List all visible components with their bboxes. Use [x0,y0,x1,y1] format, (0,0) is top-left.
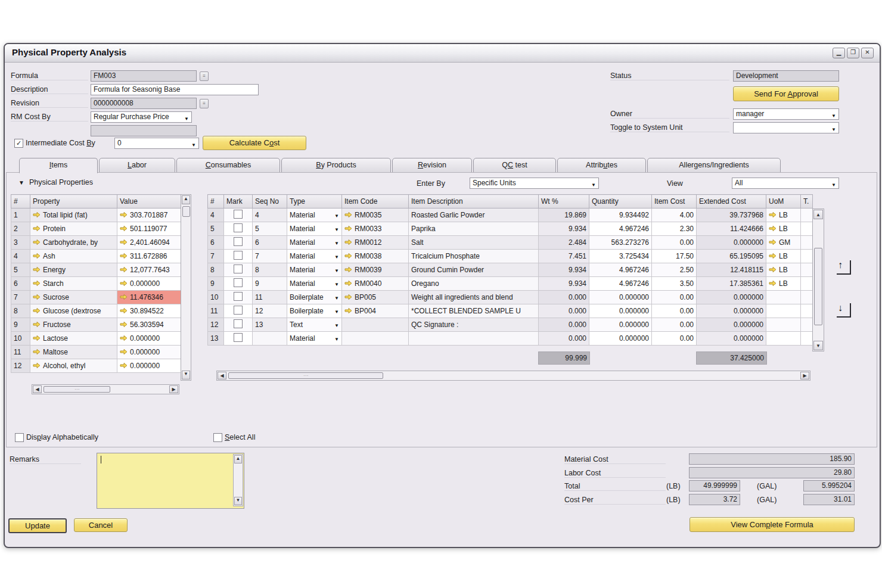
extended-cost-cell[interactable]: 0.000000 [697,318,766,332]
item-description-cell[interactable]: Salt [409,236,539,250]
property-cell[interactable]: Energy [30,263,117,277]
extended-cost-cell[interactable]: 0.000000 [697,236,766,250]
link-arrow-icon[interactable] [33,321,41,329]
item-code-cell[interactable]: RM0039 [342,263,409,277]
property-cell[interactable]: Fructose [30,318,117,332]
item-cost-cell[interactable]: 4.00 [652,209,697,222]
scroll-up-icon[interactable]: ▲ [813,210,823,219]
link-arrow-icon[interactable] [769,280,777,288]
column-header[interactable]: Item Cost [652,195,697,209]
quantity-cell[interactable]: 563.273276 [589,236,652,250]
tab-revision[interactable]: Revision [392,158,472,173]
quantity-cell[interactable]: 0.000000 [589,318,652,332]
scroll-down-icon[interactable]: ▼ [234,497,242,505]
mark-checkbox[interactable] [234,278,243,287]
uom-cell[interactable] [766,304,801,318]
scroll-down-icon[interactable]: ▼ [813,341,823,350]
maximize-icon[interactable]: ❐ [847,48,859,58]
item-cost-cell[interactable]: 3.50 [652,277,697,291]
link-arrow-icon[interactable] [120,266,128,275]
mark-checkbox[interactable] [234,333,243,342]
extended-cost-cell[interactable]: 17.385361 [697,277,766,291]
send-for-approval-button[interactable]: Send For Approval [733,86,839,101]
extended-cost-cell[interactable]: 11.424666 [697,222,766,236]
secondary-cost-field[interactable] [91,125,197,136]
view-dropdown[interactable]: All ▼ [732,178,839,189]
minimize-icon[interactable]: ▁ [833,48,845,58]
scroll-right-icon[interactable]: ▶ [169,385,178,393]
type-dropdown-cell[interactable]: Boilerplate▼ [287,291,342,304]
wt-percent-cell[interactable]: 0.000 [539,304,589,318]
item-code-cell[interactable] [342,318,409,332]
extended-cost-cell[interactable]: 0.000000 [697,332,766,346]
item-code-cell[interactable]: RM0012 [342,236,409,250]
extended-cost-cell[interactable]: 39.737968 [697,209,766,222]
item-code-cell[interactable]: RM0033 [342,222,409,236]
wt-percent-cell[interactable]: 9.934 [539,222,589,236]
mark-checkbox[interactable] [234,292,243,301]
item-description-cell[interactable]: QC Signature : [409,318,539,332]
cancel-button[interactable]: Cancel [74,518,128,532]
link-arrow-icon[interactable] [344,239,352,247]
link-arrow-icon[interactable] [120,280,128,288]
tab-allergens-ingredients[interactable]: Allergens/Ingredients [647,158,781,173]
seq-no-cell[interactable]: 13 [253,318,287,332]
properties-horizontal-scrollbar[interactable]: ◀ ⋯ ▶ [32,384,179,394]
field-detail-icon[interactable]: ≡ [200,71,209,81]
seq-no-cell[interactable]: 9 [253,277,287,291]
collapse-properties-icon[interactable]: ▼ [18,179,24,186]
link-arrow-icon[interactable] [33,362,41,371]
scrollbar-thumb[interactable] [182,206,190,217]
link-arrow-icon[interactable] [344,225,352,234]
revision-field[interactable]: 0000000008 [91,98,197,109]
column-header[interactable]: Property [30,195,117,209]
link-arrow-icon[interactable] [120,211,128,220]
type-dropdown-cell[interactable]: Material▼ [287,236,342,250]
tab-consumables[interactable]: Consumables [176,158,280,173]
move-row-down-button[interactable]: ↓ [833,301,852,320]
quantity-cell[interactable]: 4.967246 [589,277,652,291]
link-arrow-icon[interactable] [120,225,128,234]
scroll-up-icon[interactable]: ▲ [234,455,242,463]
scrollbar-thumb[interactable]: ⋯ [228,372,383,379]
tab-labor[interactable]: Labor [99,158,175,173]
move-row-up-button[interactable]: ↑ [833,258,852,277]
column-header[interactable]: # [208,195,224,209]
uom-cell[interactable] [766,332,801,346]
item-description-cell[interactable]: Oregano [409,277,539,291]
wt-percent-cell[interactable]: 9.934 [539,277,589,291]
seq-no-cell[interactable]: 12 [253,304,287,318]
type-dropdown-cell[interactable]: Material▼ [287,209,342,222]
mark-checkbox[interactable] [234,306,243,315]
uom-cell[interactable]: LB [766,277,801,291]
property-cell[interactable]: Ash [30,250,117,263]
calculate-cost-button[interactable]: Calculate Cost [203,136,306,150]
value-cell[interactable]: 11.476346 [117,291,181,304]
mark-checkbox[interactable] [234,210,243,219]
extended-cost-cell[interactable]: 0.000000 [697,304,766,318]
column-header[interactable]: Mark [224,195,253,209]
column-header[interactable]: Item Code [342,195,409,209]
wt-percent-cell[interactable]: 9.934 [539,263,589,277]
item-cost-cell[interactable]: 2.30 [652,222,697,236]
link-arrow-icon[interactable] [120,307,128,316]
item-code-cell[interactable]: BP004 [342,304,409,318]
type-dropdown-cell[interactable]: Boilerplate▼ [287,304,342,318]
item-description-cell[interactable]: Paprika [409,222,539,236]
link-arrow-icon[interactable] [344,307,352,316]
scrollbar-thumb[interactable]: ⋯ [44,386,110,393]
scrollbar-thumb[interactable] [814,248,822,325]
item-cost-cell[interactable]: 0.00 [652,304,697,318]
link-arrow-icon[interactable] [769,211,777,220]
column-header[interactable]: # [11,195,30,209]
scroll-right-icon[interactable]: ▶ [800,372,809,379]
update-button[interactable]: Update [8,518,67,533]
uom-cell[interactable]: LB [766,250,801,263]
item-cost-cell[interactable]: 0.00 [652,332,697,346]
link-arrow-icon[interactable] [120,335,128,343]
column-header[interactable]: Quantity [589,195,652,209]
mark-checkbox[interactable] [234,319,243,328]
value-cell[interactable]: 0.000000 [117,359,181,373]
link-arrow-icon[interactable] [33,349,41,357]
rm-cost-by-dropdown[interactable]: Regular Purchase Price ▼ [91,111,192,123]
